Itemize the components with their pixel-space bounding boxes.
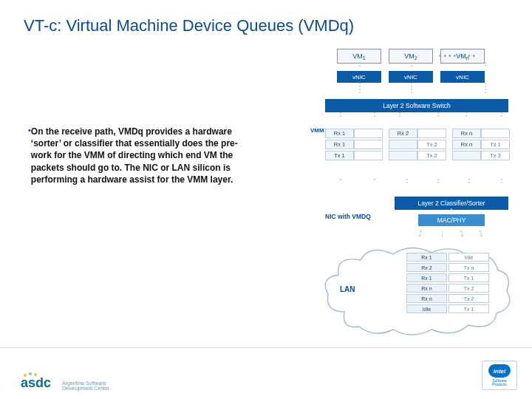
intel-sub-2: Products — [492, 383, 507, 386]
arrow-icon: ˄˅ — [371, 114, 378, 120]
vmdq-diagram: VM1 VM2 VMn •••••••• ˄˅ ˄˅ ˄˅ vNIC vNIC … — [307, 49, 522, 346]
queue-cell — [354, 129, 383, 138]
svg-point-2 — [29, 372, 32, 375]
lan-cell: Tx n — [449, 263, 489, 272]
lan-label: LAN — [340, 285, 355, 293]
queue-cell: Rx 1 — [325, 140, 354, 149]
asdc-subtitle-2: Development Center — [62, 386, 109, 392]
intel-chip-icon: intel — [488, 364, 511, 378]
queue-cell — [354, 140, 383, 149]
queue-cell — [481, 129, 510, 138]
arrow-icon: ˄˅ — [434, 180, 442, 186]
lan-cell: Tx 2 — [449, 294, 489, 303]
svg-point-1 — [24, 374, 27, 377]
arrow-icon: ˄ — [448, 210, 455, 213]
queue-cell: Tx 2 — [417, 140, 446, 149]
arrow-icon: ˄˄˅˅ — [408, 84, 415, 96]
arrow-icon: ˄˅ — [396, 114, 403, 120]
mac-phy-bar: MAC/PHY — [418, 214, 485, 226]
queue-cell: Tx 1 — [325, 151, 354, 160]
queue-cell: Rx n — [452, 140, 481, 149]
arrow-icon: ˄˅ — [356, 64, 364, 69]
queue-cell — [354, 151, 383, 160]
lan-cloud: LAN Rx 1Idle Rx 2Tx n Rx 1Tx 1 Rx nTx 2 … — [322, 245, 513, 340]
arrow-icon: ˄˅ — [498, 114, 505, 120]
lan-cell: Tx 2 — [449, 284, 489, 293]
arrow-icon: ˄˅ — [403, 180, 411, 186]
arrow-icon: ˄ — [371, 180, 378, 183]
arrow-icon: ˄˅ — [337, 114, 344, 120]
lan-cell: Rx 1 — [406, 253, 447, 262]
queue-cell — [417, 129, 446, 138]
svg-text:asdc: asdc — [21, 375, 51, 390]
queue-cell: Rx 1 — [325, 129, 354, 138]
lan-cell: Tx 1 — [449, 304, 489, 313]
vnic-box-n: vNIC — [440, 71, 485, 83]
ellipsis-dots: •••••••• — [439, 52, 477, 60]
asdc-mark-icon: asdc — [21, 372, 56, 392]
asdc-subtitle-1: Argentina Software — [62, 381, 109, 386]
arrow-icon: ˄˅ — [466, 180, 473, 186]
svg-point-3 — [34, 373, 37, 376]
arrow-icon: ˄˄˅˅ — [356, 84, 364, 96]
lan-cell: Rx n — [406, 284, 447, 293]
lan-cell: Idle — [449, 253, 489, 262]
arrow-icon: ˄˄˅˅ — [482, 84, 489, 96]
vnic-box-2: vNIC — [389, 71, 433, 83]
flow-arrow-icon: ⤵ — [460, 229, 464, 238]
arrow-icon: ˄˅ — [498, 180, 505, 186]
vnic-box-1: vNIC — [337, 71, 381, 83]
queue-cell — [452, 151, 481, 160]
flow-arrow-icon: ⤵ — [479, 229, 483, 238]
arrow-icon: ˄˅ — [482, 64, 489, 69]
l2-software-switch-bar: Layer 2 Software Switch — [325, 99, 508, 112]
queue-cell: Tx 1 — [481, 140, 510, 149]
slide-title: VT-c: Virtual Machine Device Queues (VMD… — [24, 16, 354, 35]
lan-cell: Rx n — [406, 294, 447, 303]
slide-footer: asdc Argentina Software Development Cent… — [0, 347, 532, 399]
lan-queue-grid: Rx 1Idle Rx 2Tx n Rx 1Tx 1 Rx nTx 2 Rx n… — [406, 253, 489, 313]
lan-cell: Rx 1 — [406, 273, 447, 282]
queue-cell: Tx 2 — [417, 151, 446, 160]
asdc-logo: asdc Argentina Software Development Cent… — [21, 366, 109, 392]
vmm-label: VMM — [310, 127, 324, 134]
queue-cell: Rx 2 — [389, 129, 417, 138]
arrow-icon: ˄˅ — [463, 114, 470, 120]
lan-cell: Idle — [406, 304, 447, 313]
queue-cell — [389, 140, 417, 149]
intel-logo: intel Software Products — [482, 361, 517, 390]
flow-arrow-icon: ↓ — [440, 229, 445, 238]
bullet-item: • On the receive path, VMDq provides a h… — [28, 126, 250, 185]
arrow-icon: ˄˅ — [434, 114, 442, 120]
bullet-text: On the receive path, VMDq provides a har… — [31, 126, 250, 185]
arrow-icon: ˄ — [337, 180, 344, 183]
queue-cell — [389, 151, 417, 160]
queue-cell: Rx n — [452, 129, 481, 138]
queue-grid: Rx 1 Rx 1 Tx 1 Rx 2 Tx 2 Tx 2 Rx n Rx nT… — [325, 129, 508, 180]
flow-arrow-icon: ⤴ — [418, 229, 423, 238]
lan-cell: Tx 1 — [449, 273, 489, 282]
arrow-icon: ˄˅ — [408, 64, 415, 69]
lan-cell: Rx 2 — [406, 263, 447, 272]
nic-vmdq-label: NIC with VMDQ — [325, 213, 371, 220]
queue-cell: Tx 3 — [481, 151, 510, 160]
